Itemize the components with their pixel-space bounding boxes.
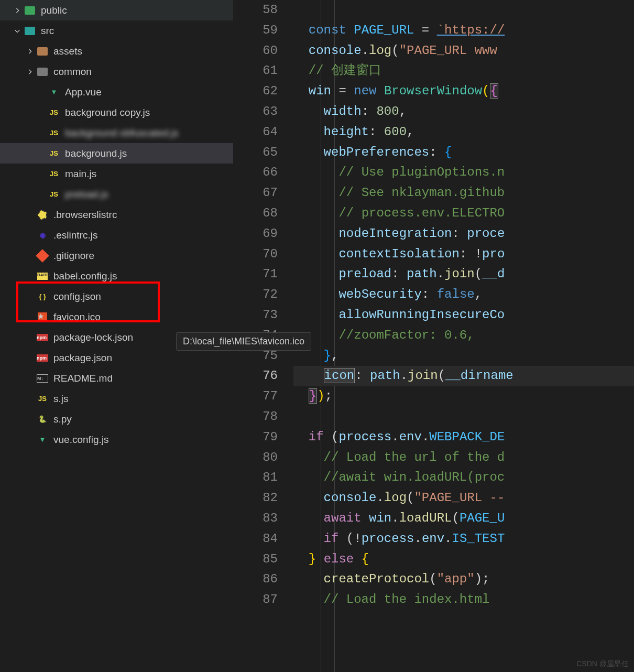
code-line-63[interactable]: width: 800, <box>293 102 634 122</box>
tree-item-favicon-ico[interactable]: ★favicon.ico <box>0 307 233 327</box>
folder-common-icon <box>37 66 48 78</box>
chevron-spacer <box>25 312 35 322</box>
code-line-73[interactable]: allowRunningInsecureCo <box>293 305 634 326</box>
chevron-spacer <box>25 292 35 301</box>
code-line-80[interactable]: // Load the url of the d <box>293 448 634 468</box>
code-line-79[interactable]: if (process.env.WEBPACK_DE <box>293 427 634 448</box>
vue-icon: ▼ <box>48 86 60 98</box>
vue-icon: ▼ <box>37 434 48 446</box>
line-number: 82 <box>233 488 278 508</box>
line-number: 83 <box>233 508 278 529</box>
code-line-71[interactable]: preload: path.join(__d <box>293 264 634 285</box>
tree-item-s-py[interactable]: 🐍s.py <box>0 409 233 429</box>
tree-label: .eslintrc.js <box>53 230 97 241</box>
tree-item-background-js[interactable]: JSbackground.js <box>0 143 233 164</box>
line-number: 62 <box>233 81 278 102</box>
code-line-68[interactable]: // process.env.ELECTRO <box>293 203 634 224</box>
tree-item-main-js[interactable]: JSmain.js <box>0 164 233 184</box>
tree-label: package-lock.json <box>53 332 133 343</box>
tree-item-vue-config-js[interactable]: ▼vue.config.js <box>0 429 233 450</box>
tree-label: src <box>41 25 54 37</box>
line-number: 78 <box>233 407 278 427</box>
py-icon: 🐍 <box>37 414 48 425</box>
code-line-72[interactable]: webSecurity: false, <box>293 285 634 305</box>
code-line-87[interactable]: // Load the index.html <box>293 590 634 610</box>
line-number: 87 <box>233 590 278 610</box>
tree-item--browserslistrc[interactable]: .browserslistrc <box>0 204 233 225</box>
code-line-86[interactable]: createProtocol("app"); <box>293 569 634 590</box>
line-number: 59 <box>233 20 278 41</box>
tree-item-App-vue[interactable]: ▼App.vue <box>0 82 233 102</box>
chevron-spacer <box>37 88 46 97</box>
line-number: 70 <box>233 244 278 265</box>
tree-item--gitignore[interactable]: .gitignore <box>0 245 233 266</box>
chevron-spacer <box>25 231 35 240</box>
tree-item-public[interactable]: public <box>0 0 233 20</box>
code-line-65[interactable]: webPreferences: { <box>293 143 634 163</box>
code-line-76[interactable]: icon: path.join(__dirname <box>293 366 634 386</box>
babel-icon: BABEL <box>37 270 48 282</box>
tree-label: assets <box>53 46 82 57</box>
line-number: 72 <box>233 285 278 305</box>
line-number: 80 <box>233 448 278 468</box>
code-line-66[interactable]: // Use pluginOptions.n <box>293 162 634 183</box>
code-line-74[interactable]: //zoomFactor: 0.6, <box>293 326 634 346</box>
code-line-69[interactable]: nodeIntegration: proce <box>293 224 634 244</box>
chevron-right-icon[interactable] <box>13 6 22 15</box>
tree-item-config-json[interactable]: { }config.json <box>0 286 233 307</box>
line-number: 69 <box>233 224 278 244</box>
tree-item-common[interactable]: common <box>0 61 233 82</box>
chevron-spacer <box>37 169 46 179</box>
chevron-spacer <box>25 333 35 342</box>
js-icon: JS <box>48 148 60 159</box>
chevron-spacer <box>25 435 35 445</box>
chevron-right-icon[interactable] <box>25 47 35 56</box>
chevron-down-icon[interactable] <box>13 26 22 36</box>
npm-icon: npm <box>37 352 48 364</box>
chevron-spacer <box>25 251 35 261</box>
tree-label: preload.js <box>65 189 108 200</box>
line-number: 79 <box>233 427 278 448</box>
code-line-85[interactable]: } else { <box>293 549 634 570</box>
tree-item-src[interactable]: src <box>0 20 233 41</box>
code-line-64[interactable]: height: 600, <box>293 122 634 143</box>
tree-item--eslintrc-js[interactable]: ◉.eslintrc.js <box>0 225 233 245</box>
tree-item-s-js[interactable]: JSs.js <box>0 388 233 409</box>
code-line-84[interactable]: if (!process.env.IS_TEST <box>293 529 634 549</box>
line-number: 58 <box>233 0 278 20</box>
tree-item-babel-config-js[interactable]: BABELbabel.config.js <box>0 266 233 286</box>
tree-item-background-obfuscated-js[interactable]: JSbackground obfuscated.js <box>0 123 233 143</box>
tree-label: background.js <box>65 148 127 159</box>
chevron-right-icon[interactable] <box>25 67 35 77</box>
js-icon: JS <box>48 168 60 180</box>
tree-label: s.js <box>53 393 69 405</box>
code-line-82[interactable]: console.log("PAGE_URL -- <box>293 488 634 508</box>
code-line-70[interactable]: contextIsolation: !pro <box>293 244 634 265</box>
tree-item-preload-js[interactable]: JSpreload.js <box>0 184 233 204</box>
code-line-59[interactable]: const PAGE_URL = `https:// <box>293 20 634 41</box>
code-line-58[interactable] <box>293 0 634 20</box>
code-line-78[interactable] <box>293 407 634 427</box>
code-line-83[interactable]: await win.loadURL(PAGE_U <box>293 508 634 529</box>
js-icon: JS <box>37 393 48 405</box>
code-line-67[interactable]: // See nklayman.github <box>293 183 634 203</box>
tree-label: package.json <box>53 352 112 364</box>
line-number: 81 <box>233 468 278 488</box>
code-line-81[interactable]: //await win.loadURL(proc <box>293 468 634 488</box>
chevron-spacer <box>37 108 46 117</box>
line-number: 76 <box>233 366 278 386</box>
tree-item-background-copy-js[interactable]: JSbackground copy.js <box>0 102 233 123</box>
tree-label: s.py <box>53 414 72 425</box>
code-line-77[interactable]: }); <box>293 386 634 407</box>
code-area[interactable]: const PAGE_URL = `https:// console.log("… <box>293 0 634 672</box>
code-line-62[interactable]: win = new BrowserWindow({ <box>293 81 634 102</box>
code-line-75[interactable]: }, <box>293 346 634 366</box>
code-line-60[interactable]: console.log("PAGE_URL www <box>293 41 634 61</box>
tree-item-README-md[interactable]: M↓README.md <box>0 368 233 388</box>
tree-label: main.js <box>65 168 96 180</box>
folder-assets-icon <box>37 46 48 57</box>
favicon-icon: ★ <box>37 311 48 323</box>
code-line-61[interactable]: // 创建窗口 <box>293 61 634 81</box>
tree-item-assets[interactable]: assets <box>0 41 233 61</box>
tree-label: public <box>41 5 67 16</box>
